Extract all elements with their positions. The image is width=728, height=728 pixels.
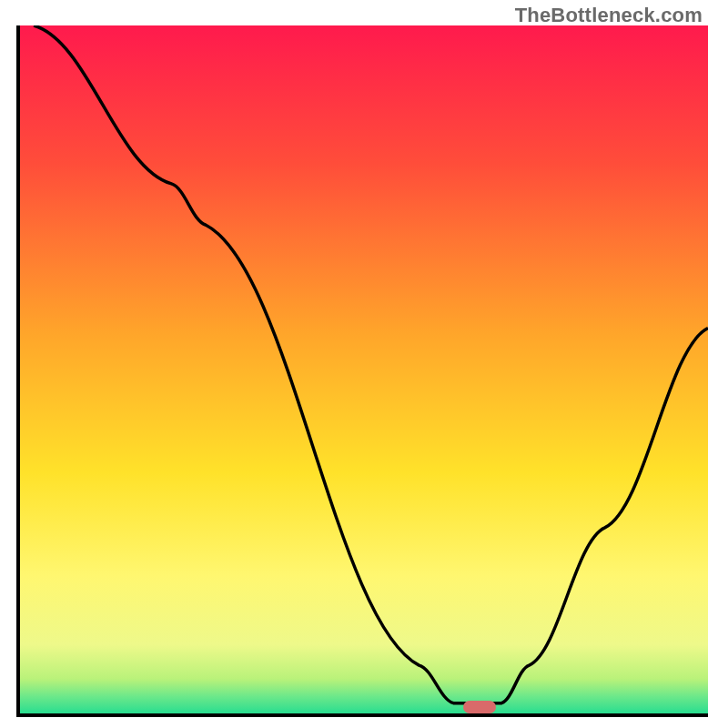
chart-plot-area — [16, 25, 708, 717]
bottleneck-curve — [20, 25, 708, 713]
optimal-point-marker — [463, 701, 496, 713]
watermark: TheBottleneck.com — [515, 4, 703, 27]
